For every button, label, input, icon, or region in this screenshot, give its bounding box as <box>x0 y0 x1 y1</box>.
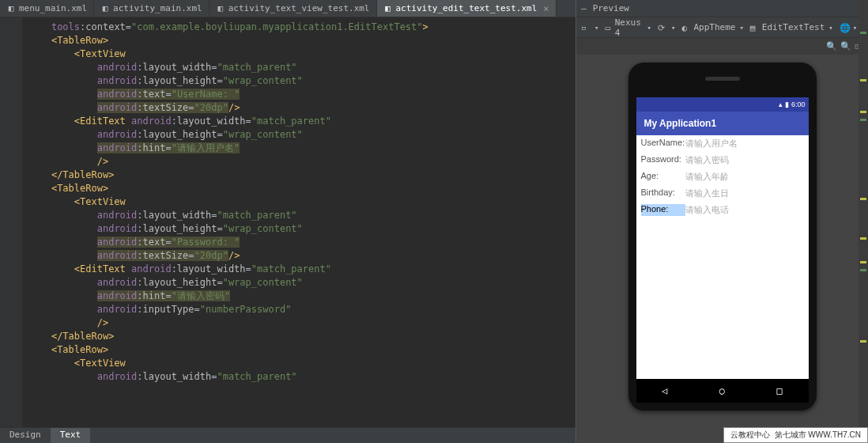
form-hint[interactable]: 请输入电话 <box>685 204 729 216</box>
form-row: UserName:请输入用户名 <box>636 135 809 152</box>
text-tab[interactable]: Text <box>51 428 91 443</box>
theme-dropdown[interactable]: ◐AppTheme <box>681 22 743 32</box>
xml-file-icon: ◧ <box>216 4 225 13</box>
signal-icon: ▴ <box>779 100 783 108</box>
tab-activity-text-view-test[interactable]: ◧activity_text_view_test.xml <box>209 0 377 17</box>
home-icon[interactable]: ○ <box>719 385 725 396</box>
collapse-icon[interactable]: — <box>581 3 587 13</box>
phone-icon: ▫ <box>581 23 591 32</box>
device-dropdown[interactable]: ▭Nexus 4 <box>605 17 651 38</box>
nav-bar: ◁ ○ □ <box>636 379 809 403</box>
form-row: Birthday:请输入生日 <box>636 185 809 202</box>
locale-dropdown[interactable]: 🌐 <box>840 23 857 32</box>
form-row: Phone:请输入电话 <box>636 202 809 218</box>
xml-file-icon: ◧ <box>6 4 16 13</box>
form-row: Password:请输入密码 <box>636 152 809 168</box>
tab-activity-edit-text-test[interactable]: ◧activity_edit_text_test.xml× <box>377 0 557 17</box>
tab-menu-main[interactable]: ◧menu_main.xml <box>0 0 94 17</box>
form-label: Password: <box>641 154 685 166</box>
zoom-in-icon[interactable]: 🔍 <box>826 41 837 51</box>
device-icon: ▭ <box>605 23 612 32</box>
close-icon[interactable]: × <box>543 3 549 14</box>
form-row: Age:请输入年龄 <box>636 168 809 185</box>
preview-toolbar: ▫ ▭Nexus 4 ⟳ ◐AppTheme ▤EditTextTest 🌐 ⬤ <box>576 17 868 38</box>
code-editor[interactable]: tools:context="com.example.boyliupan.mya… <box>22 17 576 427</box>
config-dropdown[interactable]: ▫ <box>581 23 598 32</box>
design-tab[interactable]: Design <box>0 428 51 443</box>
theme-icon: ◐ <box>681 23 691 32</box>
activity-icon: ▤ <box>750 23 760 32</box>
xml-file-icon: ◧ <box>100 4 110 13</box>
xml-file-icon: ◧ <box>383 4 393 13</box>
form-label: Age: <box>641 171 685 183</box>
status-bar: ▴▮6:00 <box>636 97 809 112</box>
zoom-out-icon[interactable]: 🔍 <box>840 41 851 51</box>
tab-activity-main[interactable]: ◧activity_main.xml <box>94 0 209 17</box>
watermark-footer: 云教程中心第七城市 WWW.TH7.CN <box>723 427 868 443</box>
form-hint[interactable]: 请输入密码 <box>685 154 729 166</box>
preview-header: — Preview <box>576 0 868 17</box>
app-bar: My Application1 <box>636 112 809 135</box>
form-hint[interactable]: 请输入年龄 <box>685 171 729 183</box>
battery-icon: ▮ <box>785 100 789 108</box>
device-frame: ▴▮6:00 My Application1 UserName:请输入用户名Pa… <box>628 62 817 411</box>
form-label: Phone: <box>641 204 685 216</box>
form-label: Birthday: <box>641 187 685 199</box>
recent-icon[interactable]: □ <box>777 385 783 396</box>
activity-dropdown[interactable]: ▤EditTextTest <box>750 22 833 32</box>
preview-canvas: ▴▮6:00 My Application1 UserName:请输入用户名Pa… <box>576 55 868 443</box>
globe-icon: 🌐 <box>840 23 849 32</box>
orientation-dropdown[interactable]: ⟳ <box>658 23 675 32</box>
rotate-icon: ⟳ <box>658 23 667 32</box>
editor-tabs: ◧menu_main.xml ◧activity_main.xml ◧activ… <box>0 0 576 17</box>
form-hint[interactable]: 请输入生日 <box>685 187 729 199</box>
form-hint[interactable]: 请输入用户名 <box>685 138 738 150</box>
gutter <box>0 17 22 427</box>
form-label: UserName: <box>641 138 685 150</box>
back-icon[interactable]: ◁ <box>662 385 667 396</box>
